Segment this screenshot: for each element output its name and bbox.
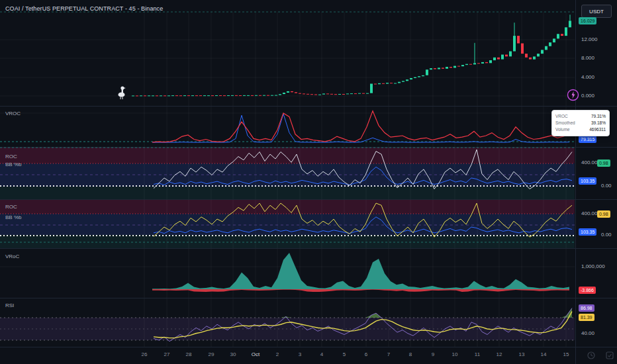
tooltip-label: Volume bbox=[555, 126, 570, 133]
time-axis-label[interactable]: 10 bbox=[452, 351, 458, 358]
time-axis-label[interactable]: 11 bbox=[475, 351, 480, 358]
axis-tick-label: 0.00 bbox=[601, 183, 612, 189]
trading-terminal: 12.0008.0004.0000.0002,000,000400.000.00… bbox=[0, 0, 617, 364]
axis-tick-label: 0.000 bbox=[581, 93, 594, 99]
tooltip-label: Smoothed bbox=[555, 120, 575, 126]
roc-b-value-badge: 103.35 bbox=[579, 228, 596, 236]
vroc2-negative-area bbox=[152, 289, 569, 292]
time-axis-label[interactable]: 28 bbox=[186, 351, 192, 358]
time-axis-label[interactable]: 8 bbox=[409, 351, 412, 358]
time-axis-label[interactable]: 2 bbox=[276, 351, 279, 358]
indicator-tooltip: VROC 79.31% Smoothed 39.18% Volume 46963… bbox=[551, 110, 610, 136]
pane-label-roc-b[interactable]: ROC bbox=[5, 204, 17, 210]
time-axis-label[interactable]: 29 bbox=[209, 351, 214, 358]
rsi-fast-badge: 86.98 bbox=[579, 304, 594, 312]
time-axis-label[interactable]: 3 bbox=[299, 351, 301, 358]
pane-label-roc-a[interactable]: ROC bbox=[5, 154, 17, 160]
timezone-clock-icon[interactable] bbox=[587, 351, 596, 360]
axis-settings-icon[interactable] bbox=[605, 351, 614, 360]
time-axis-label[interactable]: Oct bbox=[252, 351, 260, 358]
time-axis-label[interactable]: 27 bbox=[164, 351, 170, 358]
time-axis-label[interactable]: 15 bbox=[563, 351, 569, 358]
axis-tick-label: 400.00 bbox=[581, 210, 597, 217]
time-axis-label[interactable]: 5 bbox=[343, 351, 346, 358]
axis-tick-label: 40.00 bbox=[581, 330, 594, 337]
pane-label-vroc[interactable]: VROC bbox=[5, 111, 21, 117]
time-axis-label[interactable]: 12 bbox=[497, 351, 502, 358]
rsi-fast-line-overbought-fill bbox=[154, 308, 572, 318]
time-axis-label[interactable]: 14 bbox=[541, 351, 547, 358]
duck-icon[interactable] bbox=[115, 85, 128, 101]
rocA-upper-band bbox=[0, 148, 575, 163]
vroc-line bbox=[152, 111, 569, 142]
tooltip-label: VROC bbox=[555, 113, 568, 120]
symbol-title: COAI / TetherUS PERPETUAL CONTRACT - 45 … bbox=[5, 5, 163, 12]
roc-a-bb-badge: 0.98 bbox=[597, 159, 610, 167]
time-axis-label[interactable]: 6 bbox=[365, 351, 367, 358]
background-bands bbox=[0, 148, 575, 340]
axis-tick-label: 12.000 bbox=[581, 36, 597, 43]
vroc-smoothed-badge: 79.315 bbox=[579, 136, 596, 143]
rsi-smoothed-badge: 81.39 bbox=[579, 314, 594, 321]
tooltip-row: VROC 79.31% bbox=[555, 113, 606, 120]
pane-label-vroc2[interactable]: VRoC bbox=[5, 253, 19, 260]
axis-tick-label: 4.000 bbox=[581, 74, 594, 81]
axis-tick-label: 400.00 bbox=[581, 159, 597, 166]
rocB-lower-band bbox=[0, 235, 575, 248]
currency-toggle-button[interactable]: USDT bbox=[581, 5, 612, 18]
pane-label-bb-a[interactable]: BB %b bbox=[5, 161, 21, 168]
time-axis-label[interactable]: 13 bbox=[519, 351, 525, 358]
vroc2-positive-area bbox=[152, 253, 569, 289]
time-axis-label[interactable]: 7 bbox=[387, 351, 390, 358]
pane-label-rsi[interactable]: RSI bbox=[5, 302, 14, 309]
last-price-badge: 16.029 bbox=[579, 17, 596, 24]
tooltip-row: Smoothed 39.18% bbox=[555, 120, 606, 126]
time-axis-label[interactable]: 30 bbox=[230, 351, 236, 358]
pane-label-bb-b[interactable]: BB %b bbox=[5, 214, 21, 221]
axis-tick-label: 8.000 bbox=[581, 55, 594, 62]
tooltip-value: 39.18% bbox=[591, 120, 606, 126]
vroc2-value-badge: -3.866 bbox=[579, 287, 596, 294]
time-axis-label[interactable]: 4 bbox=[320, 351, 323, 358]
rocB-upper-band bbox=[0, 200, 575, 214]
tooltip-value: 4696311 bbox=[589, 126, 606, 133]
time-axis-label[interactable]: 9 bbox=[432, 351, 434, 358]
axis-tick-label: 0.00 bbox=[601, 232, 612, 238]
roc-b-bb-badge: 0.98 bbox=[597, 210, 610, 218]
roc-a-value-badge: 103.35 bbox=[579, 177, 596, 185]
time-axis-label[interactable]: 26 bbox=[142, 351, 148, 358]
price-candles bbox=[132, 15, 571, 96]
rocA-lower-band bbox=[0, 187, 575, 199]
tooltip-row: Volume 4696311 bbox=[555, 126, 606, 133]
axis-tick-label: 1,000,000 bbox=[581, 263, 605, 270]
tooltip-value: 79.31% bbox=[591, 113, 606, 120]
boost-lightning-icon[interactable] bbox=[567, 89, 579, 101]
chart-canvas[interactable] bbox=[0, 0, 617, 364]
